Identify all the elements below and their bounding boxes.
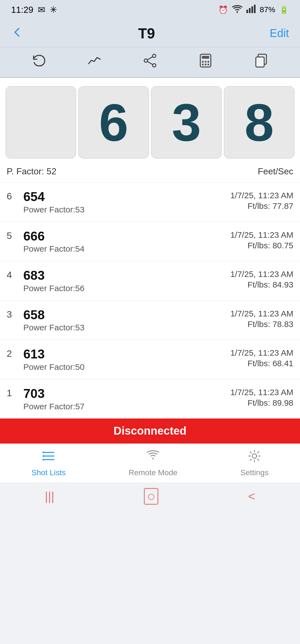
shot-right: 1/7/25, 11:23 AM Ft/lbs: 80.75 bbox=[230, 229, 293, 250]
shot-center: 683 Power Factor:56 bbox=[23, 268, 230, 293]
shot-velocity: 683 bbox=[23, 268, 230, 283]
toolbar bbox=[0, 47, 300, 78]
shot-datetime: 1/7/25, 11:23 AM bbox=[230, 190, 293, 201]
shot-center: 658 Power Factor:53 bbox=[23, 308, 230, 333]
factor-row: P. Factor: 52 Feet/Sec bbox=[0, 164, 300, 182]
shot-energy: Ft/lbs: 89.98 bbox=[230, 398, 293, 408]
shot-lists-label: Shot Lists bbox=[31, 468, 66, 477]
undo-icon[interactable] bbox=[31, 53, 46, 71]
svg-rect-12 bbox=[205, 61, 206, 63]
shot-datetime: 1/7/25, 11:23 AM bbox=[230, 347, 293, 359]
shot-row[interactable]: 4 683 Power Factor:56 1/7/25, 11:23 AM F… bbox=[0, 261, 300, 300]
svg-rect-1 bbox=[249, 8, 251, 13]
shot-velocity: 666 bbox=[23, 229, 230, 243]
shot-energy: Ft/lbs: 84.93 bbox=[230, 280, 293, 289]
remote-mode-label: Remote Mode bbox=[129, 468, 178, 477]
status-left: 11:29 ✉ ✳ bbox=[11, 4, 57, 15]
shot-center: 613 Power Factor:50 bbox=[23, 347, 230, 372]
shot-datetime: 1/7/25, 11:23 AM bbox=[230, 268, 293, 280]
shot-energy: Ft/lbs: 77.87 bbox=[230, 201, 293, 211]
bottom-nav-settings[interactable]: Settings bbox=[240, 449, 268, 477]
svg-rect-11 bbox=[202, 61, 204, 63]
shot-row[interactable]: 3 658 Power Factor:53 1/7/25, 11:23 AM F… bbox=[0, 300, 300, 340]
shot-velocity: 654 bbox=[23, 190, 230, 204]
shot-energy: Ft/lbs: 78.83 bbox=[230, 319, 293, 329]
bottom-nav-remote-mode[interactable]: Remote Mode bbox=[129, 449, 178, 477]
shot-power-factor: Power Factor:56 bbox=[23, 284, 230, 293]
svg-point-23 bbox=[42, 455, 44, 457]
svg-rect-10 bbox=[202, 56, 209, 59]
shot-number: 6 bbox=[7, 190, 23, 202]
shot-datetime: 1/7/25, 11:23 AM bbox=[230, 387, 293, 398]
settings-icon bbox=[248, 449, 261, 466]
shot-row[interactable]: 5 666 Power Factor:54 1/7/25, 11:23 AM F… bbox=[0, 222, 300, 261]
shot-right: 1/7/25, 11:23 AM Ft/lbs: 84.93 bbox=[230, 268, 293, 289]
svg-rect-14 bbox=[202, 64, 204, 65]
shot-datetime: 1/7/25, 11:23 AM bbox=[230, 308, 293, 319]
shot-right: 1/7/25, 11:23 AM Ft/lbs: 89.98 bbox=[230, 387, 293, 408]
shot-number: 3 bbox=[7, 308, 23, 320]
email-icon: ✉ bbox=[38, 4, 45, 15]
battery-pct: 87% bbox=[260, 5, 275, 14]
bottom-nav: Shot Lists Remote Mode Settings bbox=[0, 444, 300, 482]
svg-point-4 bbox=[152, 54, 156, 58]
shot-center: 666 Power Factor:54 bbox=[23, 229, 230, 254]
shot-row[interactable]: 1 703 Power Factor:57 1/7/25, 11:23 AM F… bbox=[0, 379, 300, 418]
shot-velocity: 613 bbox=[23, 347, 230, 361]
shot-number: 5 bbox=[7, 229, 23, 241]
shot-number: 1 bbox=[7, 387, 23, 398]
back-button[interactable] bbox=[11, 25, 23, 42]
disconnected-text: Disconnected bbox=[114, 425, 186, 437]
android-home-button[interactable]: ○ bbox=[144, 488, 158, 505]
svg-rect-16 bbox=[208, 64, 209, 65]
svg-point-22 bbox=[42, 452, 44, 453]
shot-lists-icon bbox=[42, 449, 56, 466]
svg-rect-2 bbox=[251, 6, 253, 13]
shot-right: 1/7/25, 11:23 AM Ft/lbs: 68.41 bbox=[230, 347, 293, 368]
edit-button[interactable]: Edit bbox=[270, 27, 289, 39]
shot-power-factor: Power Factor:53 bbox=[23, 323, 230, 332]
svg-point-5 bbox=[152, 64, 156, 67]
disconnected-banner: Disconnected bbox=[0, 418, 300, 444]
shot-energy: Ft/lbs: 80.75 bbox=[230, 241, 293, 250]
page-title: T9 bbox=[138, 25, 155, 42]
status-right: ⏰ 87% 🔋 bbox=[218, 5, 289, 15]
shot-energy: Ft/lbs: 68.41 bbox=[230, 359, 293, 368]
power-factor-label: P. Factor: 52 bbox=[7, 166, 56, 177]
digit-box-1 bbox=[6, 86, 76, 158]
shot-velocity: 703 bbox=[23, 387, 230, 401]
copy-icon[interactable] bbox=[254, 53, 269, 71]
svg-point-6 bbox=[144, 59, 148, 62]
svg-rect-13 bbox=[208, 61, 209, 63]
digit-box-3: 3 bbox=[151, 86, 222, 158]
svg-rect-3 bbox=[254, 5, 256, 13]
shot-right: 1/7/25, 11:23 AM Ft/lbs: 78.83 bbox=[230, 308, 293, 329]
svg-rect-18 bbox=[256, 57, 264, 67]
digit-display: 6 3 8 bbox=[0, 78, 300, 164]
shot-center: 654 Power Factor:53 bbox=[23, 190, 230, 214]
android-back-button[interactable]: < bbox=[248, 489, 255, 503]
wifi-icon bbox=[232, 5, 242, 15]
svg-point-25 bbox=[252, 454, 257, 458]
svg-line-7 bbox=[148, 57, 152, 60]
bottom-nav-shot-lists[interactable]: Shot Lists bbox=[31, 449, 66, 477]
digit-6: 6 bbox=[99, 96, 128, 149]
status-time: 11:29 bbox=[11, 5, 33, 15]
calculator-icon[interactable] bbox=[198, 53, 213, 71]
nav-header: T9 Edit bbox=[0, 19, 300, 47]
shot-number: 4 bbox=[7, 268, 23, 280]
share-icon[interactable] bbox=[142, 53, 158, 71]
shot-row[interactable]: 6 654 Power Factor:53 1/7/25, 11:23 AM F… bbox=[0, 182, 300, 222]
signal-icon bbox=[246, 5, 256, 15]
digit-box-2: 6 bbox=[78, 86, 149, 158]
shot-center: 703 Power Factor:57 bbox=[23, 387, 230, 411]
graph-icon[interactable] bbox=[87, 53, 102, 71]
android-menu-button[interactable]: ||| bbox=[45, 489, 54, 503]
status-bar: 11:29 ✉ ✳ ⏰ 87% 🔋 bbox=[0, 0, 300, 19]
svg-line-8 bbox=[148, 61, 152, 65]
shot-row[interactable]: 2 613 Power Factor:50 1/7/25, 11:23 AM F… bbox=[0, 340, 300, 379]
shot-power-factor: Power Factor:54 bbox=[23, 244, 230, 254]
shot-number: 2 bbox=[7, 347, 23, 359]
settings-label: Settings bbox=[240, 468, 268, 477]
digit-box-4: 8 bbox=[224, 86, 294, 158]
